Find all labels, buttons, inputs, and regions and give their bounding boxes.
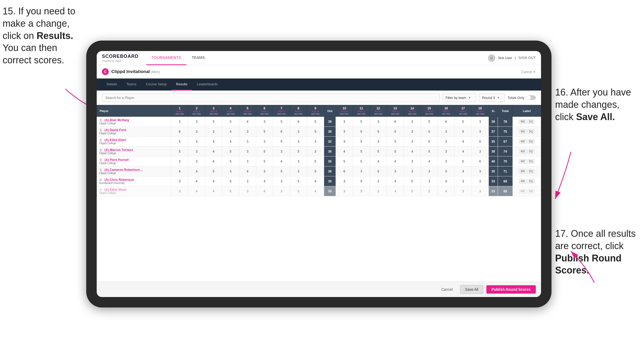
score-h7[interactable]: 4 [273, 156, 290, 166]
score-h11[interactable]: 5 [353, 137, 370, 147]
signout-link[interactable]: Sign out [518, 56, 536, 60]
score-h18[interactable]: 3 [472, 186, 488, 196]
score-h7[interactable]: 3 [273, 186, 290, 196]
score-h13[interactable]: 6 [387, 117, 404, 127]
score-h6[interactable]: 4 [256, 186, 273, 196]
score-h3[interactable]: 5 [205, 166, 222, 176]
score-h7[interactable]: 5 [273, 166, 290, 176]
score-h17[interactable]: 4 [455, 166, 472, 176]
score-h11[interactable]: 5 [353, 147, 370, 156]
score-h15[interactable]: 3 [421, 176, 438, 186]
score-h5[interactable]: 3 [239, 137, 256, 147]
score-h1[interactable]: 3 [171, 156, 188, 166]
dq-button[interactable]: DQ [527, 149, 534, 154]
score-h3[interactable]: 4 [205, 186, 222, 196]
score-h5[interactable]: 3 [239, 156, 256, 166]
score-h2[interactable]: 4 [188, 176, 205, 186]
score-h18[interactable]: 6 [472, 156, 488, 166]
score-h5[interactable]: 3 [239, 186, 256, 196]
score-h12[interactable]: 3 [370, 176, 387, 186]
score-h7[interactable]: 5 [273, 137, 290, 147]
score-h9[interactable]: 5 [307, 156, 324, 166]
score-h6[interactable]: 5 [256, 156, 273, 166]
wd-button[interactable]: WD [519, 159, 527, 164]
score-h4[interactable]: 4 [222, 137, 239, 147]
totals-toggle-switch[interactable] [526, 95, 536, 100]
score-h12[interactable]: 3 [370, 186, 387, 196]
score-h10[interactable]: 3 [336, 186, 353, 196]
nav-link-teams[interactable]: TEAMS [186, 51, 210, 65]
score-h8[interactable]: 5 [290, 147, 307, 156]
score-h13[interactable]: 4 [387, 156, 404, 166]
score-h15[interactable]: 3 [421, 166, 438, 176]
score-h15[interactable]: 5 [421, 127, 438, 137]
score-h12[interactable]: 3 [370, 137, 387, 147]
tab-details[interactable]: Details [102, 79, 122, 91]
score-h11[interactable]: 5 [353, 176, 370, 186]
score-h13[interactable]: 4 [387, 176, 404, 186]
score-h11[interactable]: 5 [353, 127, 370, 137]
score-h16[interactable]: 3 [438, 127, 455, 137]
score-h10[interactable]: 3 [336, 127, 353, 137]
score-h8[interactable]: 5 [290, 186, 307, 196]
score-h11[interactable]: 3 [353, 166, 370, 176]
score-h18[interactable]: 3 [472, 127, 488, 137]
search-input[interactable] [102, 93, 440, 102]
score-h6[interactable]: 3 [256, 117, 273, 127]
tab-teams[interactable]: Teams [122, 79, 141, 91]
score-h7[interactable]: 5 [273, 117, 290, 127]
score-h4[interactable]: 5 [222, 117, 239, 127]
wd-button[interactable]: WD [519, 139, 527, 144]
score-h5[interactable]: 4 [239, 117, 256, 127]
score-h3[interactable]: 4 [205, 176, 222, 186]
score-h13[interactable]: 3 [387, 166, 404, 176]
score-h10[interactable]: 6 [336, 166, 353, 176]
score-h7[interactable]: 6 [273, 127, 290, 137]
score-h14[interactable]: 5 [404, 176, 421, 186]
score-h14[interactable]: 3 [404, 156, 421, 166]
tab-leaderboards[interactable]: Leaderboards [192, 79, 222, 91]
score-h15[interactable]: 5 [421, 117, 438, 127]
score-h18[interactable]: 3 [472, 166, 488, 176]
score-h4[interactable]: 5 [222, 186, 239, 196]
round-dropdown[interactable]: Round 3 ▼ [479, 93, 505, 102]
score-h13[interactable]: 5 [387, 147, 404, 156]
score-h2[interactable]: 3 [188, 137, 205, 147]
score-h17[interactable]: 4 [455, 147, 472, 156]
wd-button[interactable]: WD [519, 129, 527, 134]
score-h12[interactable]: 5 [370, 127, 387, 137]
score-h12[interactable]: 5 [370, 166, 387, 176]
score-h4[interactable]: 4 [222, 127, 239, 137]
score-h8[interactable]: 5 [290, 176, 307, 186]
score-h8[interactable]: 3 [290, 166, 307, 176]
score-h7[interactable]: 3 [273, 176, 290, 186]
score-h15[interactable]: 5 [421, 147, 438, 156]
score-h15[interactable]: 5 [421, 137, 438, 147]
score-h9[interactable]: 4 [307, 186, 324, 196]
score-h1[interactable]: 3 [171, 186, 188, 196]
score-h9[interactable]: 4 [307, 176, 324, 186]
score-h2[interactable]: 3 [188, 156, 205, 166]
score-h13[interactable]: 5 [387, 137, 404, 147]
score-h6[interactable]: 4 [256, 176, 273, 186]
score-h10[interactable]: 3 [336, 117, 353, 127]
score-h14[interactable]: 3 [404, 117, 421, 127]
save-all-button[interactable]: Save All [460, 285, 483, 294]
wd-button[interactable]: WD [519, 189, 527, 193]
score-h1[interactable]: 3 [171, 176, 188, 186]
score-h18[interactable]: 3 [472, 176, 488, 186]
score-h16[interactable]: 4 [438, 186, 455, 196]
wd-button[interactable]: WD [519, 179, 527, 183]
score-h4[interactable]: 3 [222, 166, 239, 176]
dq-button[interactable]: DQ [527, 179, 534, 183]
score-h1[interactable]: 4 [171, 166, 188, 176]
dq-button[interactable]: DQ [527, 169, 534, 174]
dq-button[interactable]: DQ [527, 129, 534, 134]
score-h9[interactable]: 5 [307, 117, 324, 127]
dq-button[interactable]: DQ [527, 189, 534, 193]
score-h11[interactable]: 5 [353, 186, 370, 196]
score-h1[interactable]: 5 [171, 147, 188, 156]
score-h1[interactable]: 6 [171, 127, 188, 137]
score-h18[interactable]: 6 [472, 137, 488, 147]
score-h2[interactable]: 3 [188, 147, 205, 156]
